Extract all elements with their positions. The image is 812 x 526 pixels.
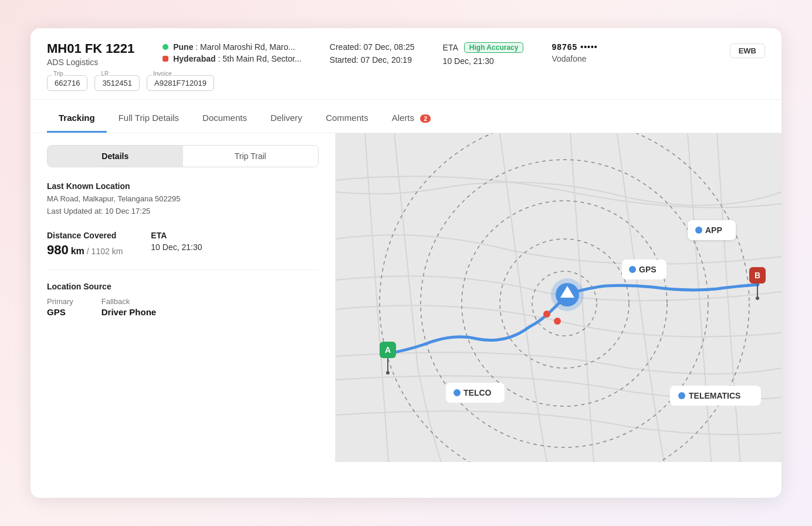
loc-source-row: Primary GPS Fallback Driver Phone xyxy=(47,297,319,317)
tab-alerts[interactable]: Alerts 2 xyxy=(380,104,443,133)
sim-section: 98765 ••••• Vodafone xyxy=(552,42,597,63)
lkl-title: Last Known Location xyxy=(47,181,319,191)
high-accuracy-badge: High Accuracy xyxy=(464,42,524,53)
svg-point-11 xyxy=(386,371,390,375)
main-content: Details Trip Trail Last Known Location M… xyxy=(31,133,781,462)
company-name: ADS Logistics xyxy=(47,58,134,67)
sim-carrier: Vodafone xyxy=(552,54,597,63)
created-time: Created: 07 Dec, 08:25 xyxy=(330,42,415,52)
lr-badge: LR 3512451 xyxy=(94,75,140,91)
from-label: Pune : Marol Maroshi Rd, Maro... xyxy=(173,42,295,52)
distance-total: / 1102 km xyxy=(87,247,123,256)
distance-eta-row: Distance Covered 980 km / 1102 km ETA 10… xyxy=(47,231,319,258)
last-known-location-section: Last Known Location MA Road, Malkapur, T… xyxy=(47,181,319,218)
eta-section: ETA High Accuracy 10 Dec, 21:30 xyxy=(443,42,524,66)
lkl-updated: Last Updated at: 10 Dec 17:25 xyxy=(47,205,319,218)
eta-value: 10 Dec, 21:30 xyxy=(151,242,202,252)
invoice-badge: Invoice A9281F712019 xyxy=(147,75,214,91)
ewb-button[interactable]: EWB xyxy=(730,43,765,58)
divider xyxy=(47,269,319,270)
left-panel: Details Trip Trail Last Known Location M… xyxy=(31,133,336,462)
route-info: Pune : Marol Maroshi Rd, Maro... Hyderab… xyxy=(163,42,302,63)
primary-label: Primary xyxy=(47,297,73,306)
started-time: Started: 07 Dec, 20:19 xyxy=(330,55,415,65)
map-svg: A B APP GPS xyxy=(336,133,781,462)
to-label: Hyderabad : 5th Main Rd, Sector... xyxy=(173,54,302,63)
distance-unit: km xyxy=(71,246,84,257)
distance-title: Distance Covered xyxy=(47,231,123,240)
svg-text:TELCO: TELCO xyxy=(463,388,492,397)
distance-block: Distance Covered 980 km / 1102 km xyxy=(47,231,123,258)
eta-block: ETA 10 Dec, 21:30 xyxy=(151,231,202,258)
svg-text:TELEMATICS: TELEMATICS xyxy=(689,391,740,400)
sub-tab-trip-trail[interactable]: Trip Trail xyxy=(183,146,319,167)
timestamps: Created: 07 Dec, 08:25 Started: 07 Dec, … xyxy=(330,42,415,65)
svg-text:A: A xyxy=(385,345,391,355)
sim-number: 98765 ••••• xyxy=(552,42,597,52)
svg-point-29 xyxy=(678,392,685,399)
route-to: Hyderabad : 5th Main Rd, Sector... xyxy=(163,54,302,63)
tab-full-trip[interactable]: Full Trip Details xyxy=(107,104,191,133)
svg-point-6 xyxy=(543,311,550,318)
loc-source-title: Location Source xyxy=(47,282,319,291)
tab-tracking[interactable]: Tracking xyxy=(47,104,107,133)
svg-point-15 xyxy=(756,296,759,300)
svg-point-7 xyxy=(554,318,561,325)
vehicle-info: MH01 FK 1221 ADS Logistics xyxy=(47,41,134,67)
tab-documents[interactable]: Documents xyxy=(191,104,259,133)
alerts-badge: 2 xyxy=(420,114,431,123)
lkl-address: MA Road, Malkapur, Telangana 502295 xyxy=(47,193,319,205)
sub-tab-details[interactable]: Details xyxy=(48,146,183,167)
fallback-value: Driver Phone xyxy=(102,307,156,317)
svg-point-26 xyxy=(454,389,461,396)
svg-text:B: B xyxy=(755,271,760,280)
from-dot xyxy=(163,44,168,50)
sub-tabs: Details Trip Trail xyxy=(47,145,319,167)
distance-main: 980 xyxy=(47,242,69,258)
svg-text:GPS: GPS xyxy=(639,265,657,274)
eta-title: ETA xyxy=(151,231,202,240)
fallback-source: Fallback Driver Phone xyxy=(102,297,156,317)
tab-delivery[interactable]: Delivery xyxy=(259,104,314,133)
to-dot xyxy=(163,56,168,62)
eta-date: 10 Dec, 21:30 xyxy=(443,56,524,66)
svg-text:APP: APP xyxy=(705,225,722,235)
tab-comments[interactable]: Comments xyxy=(314,104,380,133)
svg-point-20 xyxy=(695,227,702,234)
svg-point-23 xyxy=(629,266,636,273)
location-source-section: Location Source Primary GPS Fallback Dri… xyxy=(47,282,319,317)
eta-row: ETA High Accuracy xyxy=(443,42,524,53)
primary-value: GPS xyxy=(47,307,73,317)
main-card: MH01 FK 1221 ADS Logistics Pune : Marol … xyxy=(31,28,781,498)
primary-source: Primary GPS xyxy=(47,297,73,317)
vehicle-id: MH01 FK 1221 xyxy=(47,41,134,56)
trip-details-row: Trip 662716 LR 3512451 Invoice A9281F712… xyxy=(47,75,765,91)
map-area: A B APP GPS xyxy=(336,133,781,462)
trip-badge: Trip 662716 xyxy=(47,75,87,91)
route-from: Pune : Marol Maroshi Rd, Maro... xyxy=(163,42,302,52)
card-header: MH01 FK 1221 ADS Logistics Pune : Marol … xyxy=(31,28,781,100)
fallback-label: Fallback xyxy=(102,297,156,306)
tabs-bar: Tracking Full Trip Details Documents Del… xyxy=(31,104,781,133)
